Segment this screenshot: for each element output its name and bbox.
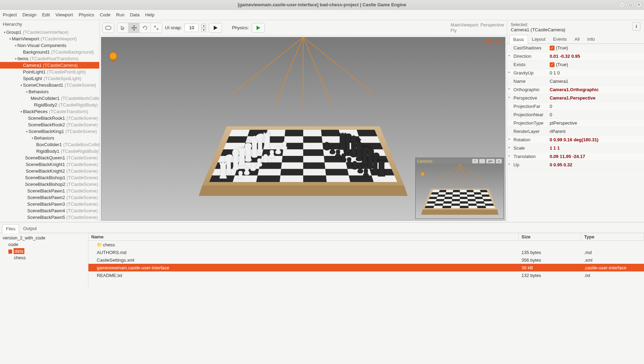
menu-run[interactable]: Run	[116, 12, 125, 17]
svg-marker-92	[446, 192, 453, 195]
svg-marker-102	[460, 195, 468, 197]
preview-zoom-out[interactable]: -	[479, 159, 485, 164]
menu-project[interactable]: Project	[3, 12, 17, 17]
folder-row[interactable]: chess	[1, 254, 87, 261]
property-row[interactable]: ▸Translation0.09 11.95 -24.17	[507, 152, 644, 161]
tree-row[interactable]: ▾BlackPieces(TCastleTransform)	[0, 108, 99, 115]
property-row[interactable]: ▸Direction0.01 -0.32 0.95	[507, 52, 644, 61]
bottom-tab-files[interactable]: Files	[2, 224, 19, 233]
viewport-3d[interactable]: FPS: xxx Camera1 +	[101, 37, 505, 221]
tree-row[interactable]: SceneBlackPawn3(TCastleScene)	[0, 201, 99, 207]
preview-zoom-in[interactable]: +	[472, 159, 478, 164]
tab-info[interactable]: Info	[583, 34, 599, 43]
view-2d-button[interactable]	[103, 23, 114, 33]
menu-edit[interactable]: Edit	[42, 12, 50, 17]
tab-events[interactable]: Events	[549, 34, 571, 43]
physics-play-button[interactable]	[252, 23, 265, 33]
file-row[interactable]: gameviewmain.castle-user-interface36 kB.…	[88, 264, 644, 271]
folder-tree[interactable]: version_2_with_codecode▾ datachess	[0, 233, 88, 287]
property-row[interactable]: RenderLayerrlParent	[507, 127, 644, 136]
tree-row[interactable]: SceneBlackBishop2(TCastleScene)	[0, 181, 99, 188]
tab-all[interactable]: All	[571, 34, 583, 43]
tree-row[interactable]: SpotLight(TCastleSpotLight)	[0, 75, 99, 82]
property-grid[interactable]: CastShadows✓ (True)▸Direction0.01 -0.32 …	[507, 44, 644, 222]
tree-row[interactable]: SceneBlackPawn1(TCastleScene)	[0, 188, 99, 194]
select-tool[interactable]	[117, 23, 128, 33]
tree-row[interactable]: SceneBlackRook1(TCastleScene)	[0, 115, 99, 121]
snap-input[interactable]	[184, 24, 198, 32]
property-row[interactable]: CastShadows✓ (True)	[507, 44, 644, 52]
property-row[interactable]: NameCamera1	[507, 77, 644, 86]
file-row[interactable]: CastleSettings.xml356 bytes.xml	[88, 256, 644, 264]
folder-row[interactable]: code	[1, 241, 87, 248]
svg-marker-126	[460, 201, 468, 204]
info-button[interactable]: i	[632, 22, 641, 31]
folder-row[interactable]: version_2_with_code	[1, 235, 87, 241]
tree-row[interactable]: BoxCollider1(TCastleBoxCollider)	[0, 141, 99, 148]
tree-row[interactable]: SceneBlackBishop1(TCastleScene)	[0, 174, 99, 181]
move-tool[interactable]	[128, 23, 140, 33]
tree-row[interactable]: SceneBlackPawn2(TCastleScene)	[0, 194, 99, 201]
bottom-tab-output[interactable]: Output	[19, 224, 40, 233]
property-row[interactable]: Exists✓ (True)	[507, 61, 644, 69]
minimize-button[interactable]: –	[619, 2, 625, 8]
col-size[interactable]: Size	[519, 233, 581, 240]
tree-row[interactable]: ▾MainViewport(TCastleViewport)	[0, 35, 99, 42]
tree-row[interactable]: RigidBody2(TCastleRigidBody)	[0, 102, 99, 108]
tree-row[interactable]: ▾SceneBlackKing1(TCastleScene)	[0, 128, 99, 135]
tree-row[interactable]: ▾Non-Visual Components	[0, 42, 99, 49]
tab-basic[interactable]: Basic	[509, 35, 528, 44]
menu-design[interactable]: Design	[22, 12, 36, 17]
play-button[interactable]	[209, 23, 222, 33]
menu-physics[interactable]: Physics	[79, 12, 94, 17]
property-row[interactable]: ProjectionNear0	[507, 111, 644, 119]
tree-row[interactable]: SceneBlackQueen1(TCastleScene)	[0, 155, 99, 161]
property-row[interactable]: ▸OrthographicCamera1.Orthographic	[507, 86, 644, 94]
col-type[interactable]: Type	[581, 233, 644, 240]
tree-row[interactable]: ▾SceneChessBoard1(TCastleScene)	[0, 82, 99, 88]
tree-row[interactable]: Camera1(TCastleCamera)	[0, 62, 99, 69]
svg-point-6	[109, 52, 117, 60]
svg-marker-91	[438, 192, 446, 195]
tree-row[interactable]: SceneBlackPawn4(TCastleScene)	[0, 207, 99, 214]
tree-row[interactable]: SceneBlackPawn5(TCastleScene)	[0, 214, 99, 221]
preview-close[interactable]: x	[496, 159, 502, 164]
tree-row[interactable]: ▾Behaviors	[0, 135, 99, 141]
file-rows[interactable]: 📁chessAUTHORS.md135 bytes.mdCastleSettin…	[88, 241, 644, 279]
property-row[interactable]: ProjectionFar0	[507, 102, 644, 111]
svg-marker-109	[452, 197, 460, 199]
property-row[interactable]: ▸Rotation0 0.99 0.16 deg(180.31)	[507, 136, 644, 144]
tree-row[interactable]: SceneBlackRook2(TCastleScene)	[0, 121, 99, 128]
col-name[interactable]: Name	[88, 233, 519, 240]
tree-row[interactable]: SceneBlackKnight2(TCastleScene)	[0, 168, 99, 174]
tab-layout[interactable]: Layout	[528, 34, 549, 43]
scale-tool[interactable]	[151, 23, 162, 33]
preview-pin[interactable]: pin	[486, 159, 495, 164]
menu-data[interactable]: Data	[130, 12, 139, 17]
tree-row[interactable]: PointLight1(TCastlePointLight)	[0, 69, 99, 75]
snap-stepper[interactable]: ▲▼	[201, 24, 206, 32]
property-row[interactable]: ProjectionTypeptPerspective	[507, 119, 644, 127]
hierarchy-tree[interactable]: ▾Group1(TCastleUserInterface)▾MainViewpo…	[0, 28, 99, 222]
folder-row[interactable]: ▾ data	[1, 248, 87, 254]
close-button[interactable]: ✕	[636, 2, 642, 8]
tree-row[interactable]: ▾Items(TCastleRootTransform)	[0, 55, 99, 62]
menu-code[interactable]: Code	[100, 12, 110, 17]
tree-row[interactable]: Background1(TCastleBackground)	[0, 49, 99, 55]
file-row[interactable]: AUTHORS.md135 bytes.md	[88, 248, 644, 256]
property-row[interactable]: ▸Scale1 1 1	[507, 144, 644, 152]
rotate-tool[interactable]	[140, 23, 151, 33]
property-row[interactable]: ▸GravityUp0 1 0	[507, 69, 644, 77]
tree-row[interactable]: ▾Behaviors	[0, 88, 99, 95]
tree-row[interactable]: MeshCollider1(TCastleMeshCollider)	[0, 95, 99, 102]
tree-row[interactable]: SceneBlackKnight1(TCastleScene)	[0, 161, 99, 168]
maximize-button[interactable]: ◻	[627, 2, 634, 8]
tree-row[interactable]: ▾Group1(TCastleUserInterface)	[0, 29, 99, 35]
file-row[interactable]: 📁chess	[88, 241, 644, 248]
property-row[interactable]: ▸PerspectiveCamera1.Perspective	[507, 94, 644, 102]
menu-help[interactable]: Help	[145, 12, 155, 17]
tree-row[interactable]: RigidBody1(TCastleRigidBody)	[0, 148, 99, 155]
file-row[interactable]: README.txt132 bytes.txt	[88, 271, 644, 279]
property-row[interactable]: ▸Up0 0.95 0.32	[507, 161, 644, 169]
menu-viewport[interactable]: Viewport	[55, 12, 73, 17]
